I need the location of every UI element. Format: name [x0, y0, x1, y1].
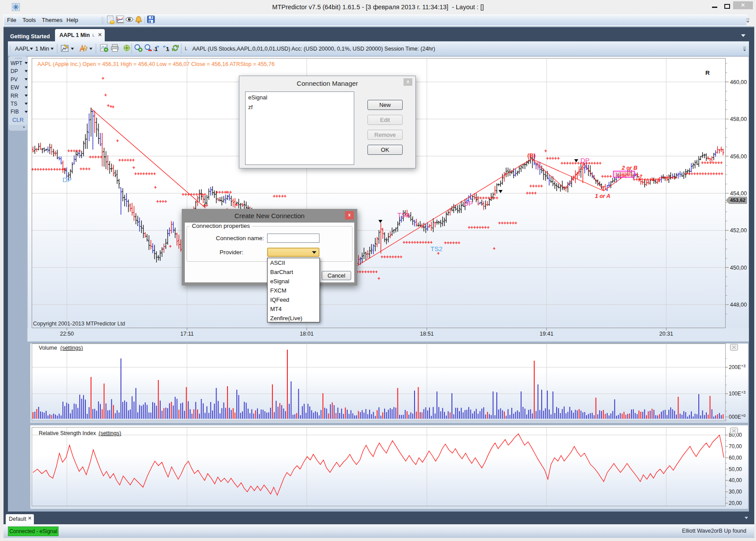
svg-text:454,00: 454,00 [730, 190, 747, 197]
svg-text:1 Min: 1 Min [35, 45, 49, 52]
svg-text:460,00: 460,00 [730, 79, 747, 85]
svg-text:19:41: 19:41 [539, 331, 553, 337]
svg-text:60,00: 60,00 [729, 455, 742, 461]
svg-text:20,00: 20,00 [729, 500, 742, 506]
svg-text:458,00: 458,00 [730, 116, 747, 122]
svg-text:TS4: TS4 [397, 211, 410, 219]
svg-text:453,62: 453,62 [730, 197, 745, 203]
svg-text:22:50: 22:50 [60, 331, 73, 337]
svg-text:AAPL (US Stocks,AAPL,0,01,0,01: AAPL (US Stocks,AAPL,0,01,0,01,USD) Acc:… [192, 46, 435, 52]
svg-text:Relative Strength Index: Relative Strength Index [39, 430, 96, 436]
svg-text:DP: DP [580, 157, 590, 164]
svg-text:18:51: 18:51 [420, 331, 433, 337]
svg-text:DP: DP [62, 176, 72, 183]
svg-text:50,00: 50,00 [729, 466, 742, 472]
svg-text:456,00: 456,00 [730, 154, 747, 160]
svg-text:(settings): (settings) [60, 345, 83, 351]
svg-text:TS2: TS2 [430, 245, 443, 252]
svg-text:18:01: 18:01 [300, 331, 313, 337]
svg-text:30,00: 30,00 [729, 489, 742, 495]
svg-text:AAPL: AAPL [15, 45, 29, 52]
svg-text:Volume: Volume [39, 345, 57, 351]
svg-text:448,00: 448,00 [730, 302, 747, 308]
svg-text:1: 1 [166, 46, 169, 52]
svg-text:70,00: 70,00 [729, 443, 742, 450]
svg-text:450,00: 450,00 [730, 265, 747, 271]
svg-text:1: 1 [154, 46, 158, 52]
svg-text:Copyright 2001-2013 MTPredicto: Copyright 2001-2013 MTPredictor Ltd [33, 321, 125, 327]
svg-text:40,00: 40,00 [729, 477, 742, 483]
svg-text:2 or B: 2 or B [621, 165, 637, 171]
svg-text:R: R [705, 69, 710, 76]
svg-text:20:31: 20:31 [659, 331, 673, 337]
svg-text:AAPL (Apple Inc.) Open = 456,3: AAPL (Apple Inc.) Open = 456,31 High = 4… [37, 61, 275, 67]
svg-text:452,00: 452,00 [730, 227, 747, 234]
svg-text:(settings): (settings) [99, 430, 121, 436]
svg-text:1 or A: 1 or A [595, 193, 610, 199]
svg-text:DP: DP [464, 200, 473, 207]
svg-text:L: L [185, 46, 187, 51]
svg-text:{B}: {B} [527, 152, 536, 159]
svg-text:17:11: 17:11 [180, 331, 194, 337]
